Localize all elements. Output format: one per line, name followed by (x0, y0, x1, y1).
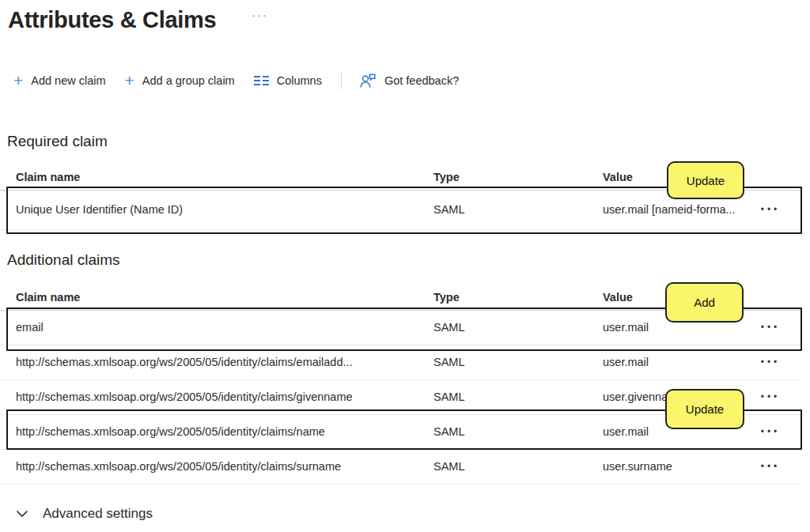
advanced-settings-label: Advanced settings (43, 506, 153, 522)
row-context-menu-icon[interactable]: ••• (747, 310, 794, 345)
add-new-claim-button[interactable]: + Add new claim (13, 73, 106, 89)
columns-button[interactable]: Columns (254, 74, 322, 87)
claim-type-cell: SAML (433, 345, 576, 379)
claim-type-cell: SAML (433, 190, 576, 229)
claim-name-cell[interactable]: email (16, 310, 429, 345)
row-context-menu-icon[interactable]: ••• (747, 414, 794, 449)
column-header-value[interactable]: Value (603, 164, 749, 190)
claim-name-cell[interactable]: http://schemas.xmlsoap.org/ws/2005/05/id… (16, 414, 429, 449)
column-header-claim-name[interactable]: Claim name (16, 285, 429, 310)
table-row-email[interactable]: email SAML user.mail ••• (0, 310, 802, 345)
column-header-type[interactable]: Type (433, 164, 576, 190)
row-context-menu-icon[interactable]: ••• (747, 449, 794, 484)
claim-name-cell[interactable]: http://schemas.xmlsoap.org/ws/2005/05/id… (16, 449, 429, 484)
claim-name-cell[interactable]: Unique User Identifier (Name ID) (16, 190, 429, 229)
additional-claims-heading: Additional claims (7, 251, 120, 269)
row-context-menu-icon[interactable]: ••• (747, 379, 794, 414)
claim-name-cell[interactable]: http://schemas.xmlsoap.org/ws/2005/05/id… (16, 379, 429, 414)
row-context-menu-icon[interactable]: ••• (747, 345, 794, 379)
chevron-down-icon (16, 510, 28, 518)
claim-type-cell: SAML (433, 310, 576, 345)
table-row-name[interactable]: http://schemas.xmlsoap.org/ws/2005/05/id… (0, 414, 802, 450)
add-new-claim-label: Add new claim (31, 74, 105, 87)
table-row-nameid[interactable]: Unique User Identifier (Name ID) SAML us… (0, 190, 802, 230)
more-options-icon[interactable]: ··· (252, 8, 268, 21)
blade-header: Attributes & Claims (8, 5, 216, 35)
got-feedback-button[interactable]: Got feedback? (359, 74, 459, 89)
row-context-menu-icon[interactable]: ••• (747, 190, 794, 229)
add-group-claim-button[interactable]: + Add a group claim (125, 73, 235, 89)
claim-type-cell: SAML (433, 379, 576, 414)
command-bar: + Add new claim + Add a group claim Colu… (13, 68, 478, 93)
column-header-type[interactable]: Type (433, 285, 576, 310)
plus-icon: + (13, 73, 23, 89)
feedback-icon (359, 74, 377, 89)
claim-name-cell[interactable]: http://schemas.xmlsoap.org/ws/2005/05/id… (16, 345, 429, 379)
table-row-emailaddress[interactable]: http://schemas.xmlsoap.org/ws/2005/05/id… (0, 345, 802, 380)
columns-label: Columns (277, 74, 322, 87)
add-group-claim-label: Add a group claim (142, 74, 235, 87)
claim-value-cell: user.mail (603, 345, 749, 379)
columns-icon (254, 76, 269, 85)
claim-type-cell: SAML (433, 449, 576, 484)
claim-type-cell: SAML (433, 414, 576, 449)
advanced-settings-toggle[interactable]: Advanced settings (16, 506, 153, 522)
column-header-value[interactable]: Value (603, 285, 749, 310)
table-row-givenname[interactable]: http://schemas.xmlsoap.org/ws/2005/05/id… (0, 379, 802, 415)
plus-icon: + (125, 73, 134, 89)
claim-value-cell: user.mail (603, 310, 749, 345)
table-row-surname[interactable]: http://schemas.xmlsoap.org/ws/2005/05/id… (0, 449, 802, 485)
claim-value-cell: user.mail [nameid-forma... (603, 190, 749, 229)
claim-value-cell: user.surname (603, 449, 749, 484)
page-title: Attributes & Claims (8, 5, 216, 35)
required-claim-heading: Required claim (7, 133, 108, 150)
additional-claims-table-header: Claim name Type Value (0, 285, 802, 311)
required-claim-table-header: Claim name Type Value (0, 164, 802, 191)
got-feedback-label: Got feedback? (384, 74, 459, 87)
toolbar-divider (341, 72, 342, 89)
claim-value-cell: user.mail (603, 414, 749, 449)
column-header-claim-name[interactable]: Claim name (16, 164, 429, 190)
claim-value-cell: user.givenname (603, 379, 749, 414)
